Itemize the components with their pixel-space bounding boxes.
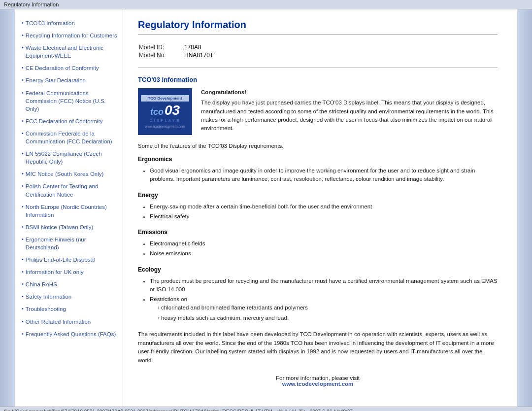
tco-apostrophe: tco [150,107,164,117]
ecology-section: Ecology The product must be prepared for… [138,266,498,322]
sidebar-bullet: • [22,331,24,337]
list-item: Noise emissions [150,249,498,258]
model-id-value: 170A8 [184,44,213,51]
list-item: Restrictions onchlorinated and brominate… [150,295,498,322]
sidebar-bullet: • [22,318,24,324]
model-no-row: Model No: HNA8170T [139,52,213,59]
sidebar-link-philips-disposal[interactable]: Philips End-of-Life Disposal [26,256,95,264]
sidebar-link-tco-info[interactable]: TCO'03 Information [26,19,75,27]
ergonomics-list: Good visual ergonomics and image quality… [150,167,498,184]
sidebar-link-north-europe[interactable]: North Europe (Nordic Countries) Informat… [26,203,118,219]
footer-link[interactable]: www.tcodevelopment.com [282,381,354,387]
sidebar-bullet: • [22,150,24,156]
model-no-value: HNA8170T [184,52,213,59]
sidebar-link-bsmi-notice[interactable]: BSMI Notice (Taiwan Only) [26,223,93,231]
sidebar-bullet: • [22,32,24,38]
model-id-row: Model ID: 170A8 [139,44,213,51]
list-item: Electromagnetic fields [150,240,498,248]
energy-section: Energy Energy-saving mode after a certai… [138,192,498,221]
title-bar: Regulatory Information [0,0,532,9]
sidebar-bullet: • [22,171,24,176]
sidebar-bullet: • [22,130,24,136]
list-item: The product must be prepared for recycli… [150,277,498,294]
sidebar-link-recycling-info[interactable]: Recycling Information for Customers [26,32,117,39]
model-info-table: Model ID: 170A8 Model No: HNA8170T [138,43,214,60]
sidebar-link-safety-info[interactable]: Safety Information [26,293,71,301]
title-bar-text: Regulatory Information [4,1,59,7]
sidebar-link-energy-star[interactable]: Energy Star Declaration [26,76,86,84]
ergonomics-heading: Ergonomics [138,156,498,163]
sidebar-item-en55022: •EN 55022 Compliance (Czech Republic Onl… [22,150,118,168]
sidebar-item-safety-info: •Safety Information [22,293,118,303]
sidebar-bullet: • [22,118,24,124]
sidebar-item-troubleshooting: •Troubleshooting [22,305,118,315]
tco-logo-sub-text: DISPLAYS [150,118,181,123]
page-title: Regulatory Information [138,19,498,35]
sidebar-bullet: • [22,44,24,50]
sidebar-bullet: • [22,204,24,209]
sidebar-item-fcc-conformity: •FCC Declaration of Conformity [22,117,118,128]
sidebar-link-weee[interactable]: Waste Electrical and Electronic Equipmen… [26,44,118,60]
sidebar-bullet: • [22,90,24,96]
sidebar-item-bsmi-notice: •BSMI Notice (Taiwan Only) [22,223,118,234]
emissions-heading: Emissions [138,229,498,236]
sidebar-bullet: • [22,293,24,299]
emissions-section: Emissions Electromagnetic fieldsNoise em… [138,229,498,258]
tco-logo-top-text: TCO Development [141,95,189,102]
tco-logo-bottom-text: www.tcodevelopment.com [145,125,185,128]
sidebar-bullet: • [22,281,24,287]
sidebar-nav: •TCO'03 Information•Recycling Informatio… [22,19,118,341]
sidebar-link-fcc-conformity[interactable]: FCC Declaration of Conformity [26,117,103,125]
sidebar-item-ce-declaration: •CE Declaration of Conformity [22,64,118,74]
sidebar-bullet: • [22,65,24,70]
tco-box: TCO Development tco 03 DISPLAYS www.tcod… [138,88,498,135]
sidebar-bullet: • [22,183,24,189]
sidebar-link-other-related[interactable]: Other Related Information [26,318,91,326]
sidebar-link-info-uk[interactable]: Information for UK only [26,268,84,276]
ecology-heading: Ecology [138,266,498,273]
main-content-area: Regulatory Information Model ID: 170A8 M… [123,9,517,407]
sidebar-link-troubleshooting[interactable]: Troubleshooting [26,305,66,313]
ecology-list: The product must be prepared for recycli… [150,277,498,322]
sidebar: •TCO'03 Information•Recycling Informatio… [15,9,123,407]
sidebar-item-north-europe: •North Europe (Nordic Countries) Informa… [22,203,118,221]
energy-list: Energy-saving mode after a certain time-… [150,203,498,221]
footer-note: For more information, please visit www.t… [138,375,498,387]
sidebar-item-china-rohs: •China RoHS [22,280,118,291]
sidebar-link-ergonomie[interactable]: Ergonomie Hinweis (nur Deutschland) [26,236,118,251]
sidebar-link-commission-federale[interactable]: Commission Federale de la Communication … [26,130,118,145]
sidebar-item-tco-info: •TCO'03 Information [22,19,118,30]
model-no-label: Model No: [139,52,183,59]
sidebar-item-fcc-notice: •Federal Communications Commission (FCC)… [22,89,118,115]
list-item: chlorinated and brominated flame retarda… [158,304,498,312]
tco-description: Congratulations! The display you have ju… [201,88,498,133]
sidebar-item-ergonomie: •Ergonomie Hinweis (nur Deutschland) [22,236,118,254]
sidebar-link-faqs[interactable]: Frequently Asked Questions (FAQs) [26,330,116,338]
congrats-heading: Congratulations! [201,88,498,97]
bottom-bar-text: file:///G:/cd manual/philips/07/170A8 05… [4,409,353,411]
list-item: Electrical safety [150,212,498,221]
congrats-text: The display you have just purchased carr… [201,100,494,131]
sidebar-item-info-uk: •Information for UK only [22,268,118,278]
left-decorative-panel [0,9,15,407]
sidebar-item-faqs: •Frequently Asked Questions (FAQs) [22,330,118,341]
sidebar-link-polish-center[interactable]: Polish Center for Testing and Certificat… [26,182,118,198]
list-item: heavy metals such as cadmium, mercury an… [158,314,498,322]
sidebar-item-commission-federale: •Commission Federale de la Communication… [22,130,118,148]
sidebar-link-ce-declaration[interactable]: CE Declaration of Conformity [26,64,99,72]
ecology-sub-list: chlorinated and brominated flame retarda… [158,304,498,322]
sidebar-link-china-rohs[interactable]: China RoHS [26,280,57,288]
list-item: Good visual ergonomics and image quality… [150,167,498,184]
sidebar-link-fcc-notice[interactable]: Federal Communications Commission (FCC) … [26,89,118,113]
tco-section-heading: TCO'03 Information [138,76,498,83]
sidebar-link-mic-notice[interactable]: MIC Notice (South Korea Only) [26,170,104,178]
sidebar-link-en55022[interactable]: EN 55022 Compliance (Czech Republic Only… [26,150,118,166]
sidebar-item-weee: •Waste Electrical and Electronic Equipme… [22,44,118,62]
sidebar-bullet: • [22,306,24,311]
list-item: Energy-saving mode after a certain time-… [150,203,498,211]
sidebar-item-mic-notice: •MIC Notice (South Korea Only) [22,170,118,180]
tco-logo-main-text: 03 [165,103,180,117]
ergonomics-section: Ergonomics Good visual ergonomics and im… [138,156,498,184]
sidebar-item-energy-star: •Energy Star Declaration [22,76,118,87]
sidebar-bullet: • [22,20,24,26]
